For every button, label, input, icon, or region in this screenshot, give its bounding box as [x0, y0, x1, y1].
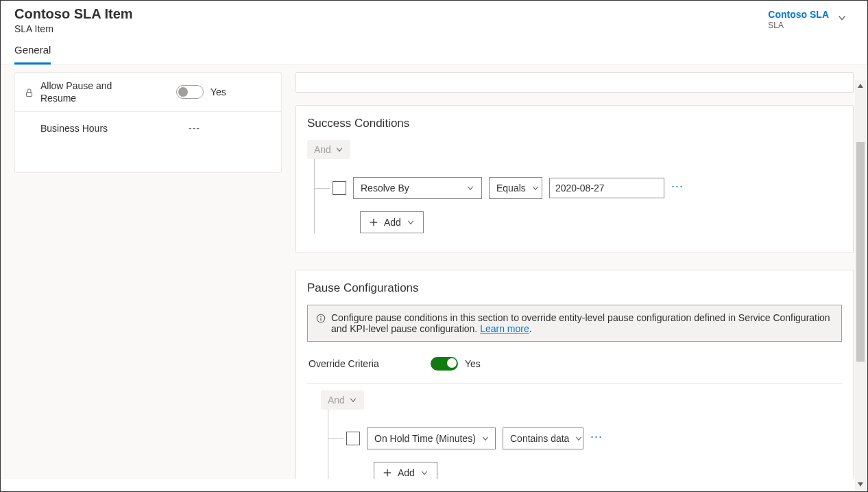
field-dropdown[interactable]: On Hold Time (Minutes) [367, 427, 496, 449]
scroll-thumb[interactable] [856, 142, 865, 362]
allow-pause-resume-value: Yes [210, 86, 226, 97]
chevron-down-icon [481, 434, 490, 443]
chevron-down-icon [420, 469, 429, 477]
tab-bar: General [1, 34, 867, 65]
left-column: Allow Pause and Resume Yes Business Hour… [1, 65, 282, 479]
pause-configurations-panel: Pause Configurations Configure pause con… [296, 270, 854, 479]
row-more-actions[interactable]: ··· [671, 180, 684, 196]
value-input-text: 2020-08-27 [555, 183, 605, 194]
chevron-down-icon [531, 184, 540, 192]
operator-dropdown-label: Equals [496, 183, 526, 194]
override-criteria-toggle[interactable] [431, 357, 458, 371]
logic-group-label: And [314, 144, 331, 155]
success-condition-tree: And Resolve By Equals 202 [307, 140, 842, 233]
svg-point-4 [320, 316, 322, 318]
right-column: Success Conditions And Resolve By Equal [282, 65, 867, 479]
related-record-link[interactable]: Contoso SLA [768, 9, 829, 20]
vertical-scrollbar[interactable] [855, 80, 866, 490]
override-criteria-label: Override Criteria [309, 358, 411, 369]
condition-row: On Hold Time (Minutes) Contains data ··· [346, 427, 842, 449]
pause-condition-tree: And On Hold Time (Minutes) Contains data [321, 390, 842, 479]
condition-row: Resolve By Equals 2020-08-27 ··· [333, 177, 842, 199]
header-left: Contoso SLA Item SLA Item [14, 6, 133, 34]
row-allow-pause-resume: Allow Pause and Resume Yes [15, 73, 281, 112]
header-right: Contoso SLA SLA [768, 6, 854, 30]
plus-icon [369, 218, 378, 227]
page-header: Contoso SLA Item SLA Item Contoso SLA SL… [1, 1, 867, 34]
plus-icon [383, 468, 392, 478]
info-banner: Configure pause conditions in this secti… [307, 305, 842, 342]
chevron-down-icon [349, 396, 357, 404]
logic-group-and[interactable]: And [321, 390, 364, 410]
add-button-label: Add [398, 467, 415, 478]
chevron-down-icon [407, 218, 415, 226]
chevron-down-icon[interactable] [837, 13, 847, 23]
content-area: Allow Pause and Resume Yes Business Hour… [1, 65, 867, 479]
condition-checkbox[interactable] [333, 181, 346, 195]
previous-panel-bottom [296, 72, 854, 93]
operator-dropdown[interactable]: Equals [489, 177, 542, 199]
override-criteria-value: Yes [465, 358, 481, 369]
operator-dropdown-label: Contains data [510, 433, 569, 444]
add-condition-button[interactable]: Add [374, 462, 437, 479]
tab-general[interactable]: General [14, 44, 51, 65]
related-record[interactable]: Contoso SLA SLA [768, 9, 829, 30]
scroll-up-arrow[interactable] [855, 80, 866, 91]
period: . [529, 323, 532, 334]
row-business-hours: Business Hours --- [15, 112, 281, 145]
override-criteria-row: Override Criteria Yes [307, 353, 842, 384]
learn-more-link[interactable]: Learn more [480, 323, 529, 334]
business-hours-label: Business Hours [40, 122, 143, 134]
business-hours-value[interactable]: --- [189, 123, 200, 134]
success-conditions-heading: Success Conditions [307, 117, 842, 130]
svg-rect-5 [320, 318, 321, 320]
properties-card: Allow Pause and Resume Yes Business Hour… [14, 72, 282, 173]
add-button-label: Add [384, 217, 401, 228]
condition-checkbox[interactable] [346, 432, 360, 445]
svg-marker-8 [858, 84, 863, 88]
field-dropdown-label: Resolve By [361, 183, 409, 194]
info-banner-text: Configure pause conditions in this secti… [331, 312, 833, 334]
value-input[interactable]: 2020-08-27 [549, 178, 664, 198]
success-conditions-panel: Success Conditions And Resolve By Equal [296, 105, 854, 253]
add-condition-button[interactable]: Add [360, 211, 424, 233]
scroll-down-arrow[interactable] [855, 479, 866, 490]
condition-branch: Resolve By Equals 2020-08-27 ··· Add [314, 159, 842, 233]
allow-pause-resume-label: Allow Pause and Resume [40, 80, 143, 104]
pause-configurations-heading: Pause Configurations [307, 281, 842, 295]
chevron-down-icon [335, 145, 343, 154]
condition-branch: On Hold Time (Minutes) Contains data ···… [328, 410, 842, 479]
logic-group-and[interactable]: And [307, 140, 350, 159]
field-dropdown-label: On Hold Time (Minutes) [374, 433, 476, 444]
allow-pause-resume-toggle[interactable] [176, 85, 204, 99]
page-subtitle: SLA Item [14, 23, 133, 34]
info-text: Configure pause conditions in this secti… [331, 312, 830, 334]
page-title: Contoso SLA Item [14, 6, 133, 22]
chevron-down-icon [466, 184, 474, 192]
logic-group-label: And [328, 395, 345, 406]
chevron-down-icon [575, 434, 583, 443]
related-record-type: SLA [768, 21, 829, 30]
operator-dropdown[interactable]: Contains data [503, 427, 583, 449]
info-icon [316, 314, 326, 323]
svg-marker-9 [858, 482, 863, 487]
lock-icon [25, 89, 34, 97]
field-dropdown[interactable]: Resolve By [353, 177, 482, 199]
row-more-actions[interactable]: ··· [590, 430, 603, 447]
svg-rect-0 [26, 92, 32, 96]
